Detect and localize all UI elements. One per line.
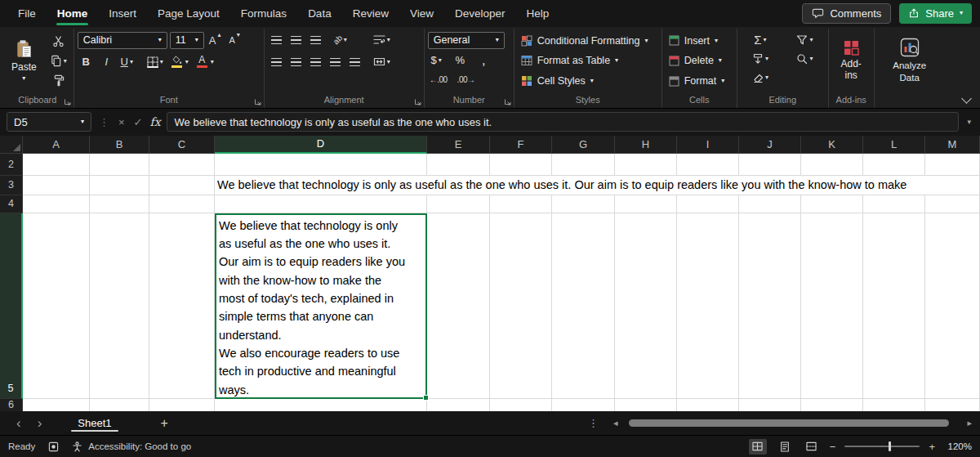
column-header-C[interactable]: C: [149, 136, 215, 154]
format-painter-button[interactable]: [48, 73, 69, 89]
page-layout-view-button[interactable]: [776, 439, 794, 455]
insert-cells-button[interactable]: Insert ▾: [666, 31, 733, 51]
column-header-E[interactable]: E: [427, 136, 490, 154]
cell[interactable]: [23, 213, 90, 399]
cell[interactable]: [427, 195, 490, 213]
cancel-button[interactable]: ×: [117, 116, 127, 128]
cell[interactable]: [739, 213, 801, 399]
accounting-format-button[interactable]: $▾: [428, 52, 445, 69]
column-header-H[interactable]: H: [615, 136, 677, 154]
cell[interactable]: [23, 195, 90, 213]
cell[interactable]: [801, 213, 863, 399]
new-sheet-button[interactable]: +: [154, 416, 175, 431]
zoom-slider-thumb[interactable]: [889, 441, 891, 451]
find-select-button[interactable]: ▾: [786, 51, 823, 67]
align-center-button[interactable]: [287, 54, 305, 70]
insert-function-button[interactable]: fx: [150, 115, 161, 128]
cell[interactable]: [149, 154, 215, 176]
cell[interactable]: [925, 213, 980, 399]
row-header-6[interactable]: 6: [0, 399, 23, 411]
align-bottom-button[interactable]: [307, 32, 324, 48]
font-color-button[interactable]: A ▾: [194, 54, 216, 70]
copy-dropdown-icon[interactable]: ▾: [64, 58, 67, 65]
horizontal-scrollbar[interactable]: [626, 419, 959, 428]
row-header-3[interactable]: 3: [0, 176, 23, 195]
cell[interactable]: [149, 399, 215, 411]
column-header-J[interactable]: J: [739, 136, 801, 154]
cell[interactable]: [215, 154, 427, 176]
formula-bar-drag-dots-icon[interactable]: ⋮: [97, 116, 111, 128]
zoom-slider[interactable]: [844, 446, 920, 447]
increase-indent-button[interactable]: [346, 54, 363, 70]
format-as-table-button[interactable]: Format as Table ▾: [518, 52, 658, 71]
cell[interactable]: [615, 213, 677, 399]
collapse-ribbon-icon[interactable]: [961, 93, 972, 104]
name-box[interactable]: D5 ▾: [7, 112, 91, 132]
tab-help[interactable]: Help: [517, 2, 559, 25]
tab-developer[interactable]: Developer: [445, 2, 515, 25]
alignment-dialog-launcher-icon[interactable]: [414, 98, 421, 105]
tab-view[interactable]: View: [400, 2, 443, 25]
increase-font-button[interactable]: A▴: [207, 32, 224, 48]
column-header-F[interactable]: F: [490, 136, 552, 154]
cell[interactable]: [23, 154, 90, 176]
decrease-indent-button[interactable]: [327, 54, 344, 70]
cell[interactable]: [90, 213, 149, 399]
expand-formula-bar-icon[interactable]: ▾: [964, 118, 973, 126]
cell[interactable]: [863, 213, 925, 399]
percent-style-button[interactable]: %: [452, 52, 469, 69]
clear-button[interactable]: ▾: [742, 69, 779, 86]
cell-styles-button[interactable]: Cell Styles ▾: [518, 71, 658, 91]
decrease-decimal-button[interactable]: .00→: [456, 72, 477, 88]
cell[interactable]: [23, 399, 90, 411]
cell[interactable]: [739, 399, 801, 411]
bold-button[interactable]: B: [78, 54, 95, 70]
font-size-select[interactable]: 11 ▾: [170, 32, 204, 49]
delete-cells-button[interactable]: Delete ▾: [666, 52, 733, 71]
tab-review[interactable]: Review: [343, 2, 399, 25]
align-right-button[interactable]: [307, 54, 324, 70]
font-name-select[interactable]: Calibri ▾: [78, 32, 167, 49]
cell[interactable]: [863, 399, 925, 411]
paste-dropdown-icon[interactable]: ▾: [22, 75, 25, 82]
cell[interactable]: [90, 195, 149, 213]
cell[interactable]: [863, 195, 925, 213]
orientation-button[interactable]: ab ▾: [332, 32, 349, 48]
align-middle-button[interactable]: [287, 32, 305, 48]
cell[interactable]: [90, 154, 149, 176]
underline-button[interactable]: U▾: [118, 54, 136, 70]
cell[interactable]: [427, 213, 490, 399]
number-format-select[interactable]: General ▾: [428, 32, 505, 49]
cell[interactable]: [925, 399, 980, 411]
cell[interactable]: [90, 399, 149, 411]
cell[interactable]: [552, 213, 615, 399]
fill-color-button[interactable]: ▾: [168, 54, 190, 70]
cell[interactable]: [149, 213, 215, 399]
number-dialog-launcher-icon[interactable]: [504, 98, 511, 105]
cell[interactable]: [925, 154, 980, 176]
comments-button[interactable]: Comments: [802, 3, 891, 24]
comma-style-button[interactable]: ,: [475, 52, 492, 69]
increase-decimal-button[interactable]: ←.00: [428, 72, 449, 88]
sheet-tab-sheet1[interactable]: Sheet1: [66, 414, 122, 433]
formula-input[interactable]: We believe that technology is only as us…: [167, 112, 960, 132]
select-all-corner[interactable]: [0, 136, 23, 154]
enter-button[interactable]: ✓: [132, 116, 145, 128]
cell[interactable]: [739, 195, 801, 213]
fill-handle[interactable]: [423, 395, 429, 401]
zoom-out-button[interactable]: −: [830, 441, 836, 453]
paste-button[interactable]: Paste ▾: [7, 31, 42, 91]
sheetbar-kebab-icon[interactable]: ⋮: [581, 417, 605, 429]
tab-home[interactable]: Home: [47, 2, 98, 25]
align-top-button[interactable]: [268, 32, 285, 48]
accessibility-status[interactable]: Accessibility: Good to go: [72, 441, 191, 452]
cell[interactable]: [149, 195, 215, 213]
cut-button[interactable]: [48, 34, 69, 50]
cell[interactable]: [90, 176, 149, 195]
cell[interactable]: [490, 399, 552, 411]
format-cells-button[interactable]: Format ▾: [666, 71, 733, 91]
wrap-text-button[interactable]: ▾: [372, 32, 392, 48]
analyze-data-button[interactable]: Analyze Data: [880, 29, 940, 92]
cell[interactable]: [552, 195, 615, 213]
column-header-B[interactable]: B: [90, 136, 149, 154]
